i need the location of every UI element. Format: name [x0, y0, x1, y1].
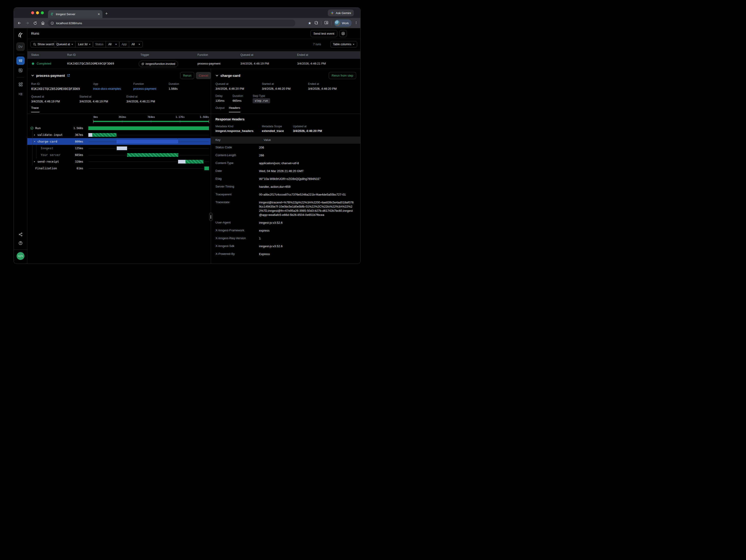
dev-server-button[interactable]: </> — [17, 252, 25, 260]
trace-row-send-receipt[interactable]: ▶send-receipt328ms — [27, 158, 210, 165]
back-button[interactable] — [17, 21, 22, 25]
site-info-icon[interactable] — [51, 22, 54, 25]
search-runs-icon — [18, 68, 23, 72]
gear-icon — [341, 32, 345, 35]
share-button[interactable] — [17, 230, 25, 238]
status-filter-value[interactable]: All▼ — [106, 41, 119, 47]
panel-resize-handle[interactable] — [209, 213, 212, 221]
help-button[interactable] — [17, 239, 25, 247]
extensions-icon[interactable] — [314, 21, 318, 26]
url-text: localhost:8288/runs — [56, 22, 82, 25]
rerun-button[interactable]: Rerun — [180, 72, 194, 79]
collapse-arrow-icon[interactable]: ▼ — [34, 141, 37, 143]
axis-tick-label: 1.568s — [200, 116, 209, 119]
external-link-icon[interactable] — [67, 74, 70, 77]
header-value: inngest-js:v3.52.6 — [259, 244, 360, 248]
trace-row-track — [88, 165, 209, 172]
maximize-window-button[interactable] — [41, 11, 44, 14]
axis-tick-label: 784ms — [147, 116, 155, 119]
environment-badge[interactable]: DV — [17, 42, 25, 51]
chevron-down-icon[interactable] — [216, 74, 219, 77]
trace-minimap[interactable] — [93, 120, 209, 123]
header-row-etag: EtagW/"10a-W8k9rUOR+zZG9xQQp8hg7694N1E" — [211, 175, 360, 183]
step-type-label: Step Type — [253, 94, 265, 97]
bookmark-star-icon[interactable]: ★ — [308, 21, 311, 26]
trace-row-track — [88, 138, 209, 145]
trace-row-inngest[interactable]: Inngest135ms — [27, 145, 210, 151]
trace-row-track — [88, 131, 209, 138]
time-field-label: Queued at — [57, 43, 70, 46]
sidebar-rail: DV </> — [14, 28, 27, 264]
tab-close-icon[interactable]: ✕ — [97, 12, 100, 16]
header-value: 266 — [259, 153, 360, 157]
app-filter[interactable]: App All▼ — [119, 41, 143, 48]
trace-row-label: Run — [27, 126, 66, 130]
trigger-badge[interactable]: inngest/function.invoked — [139, 61, 178, 67]
ask-gemini-button[interactable]: Ask Gemini — [328, 9, 354, 17]
trace-bar-segment — [204, 167, 209, 170]
time-range-dropdown[interactable]: Last 3d▼ — [76, 41, 93, 47]
queued-at-value: 3/4/2026, 4:46:19 PM — [240, 62, 269, 65]
sidebar-item-apps[interactable] — [17, 80, 25, 89]
expand-arrow-icon[interactable]: ▶ — [34, 161, 37, 163]
search-icon — [33, 43, 36, 46]
close-window-button[interactable] — [31, 11, 34, 14]
chevron-down-icon[interactable] — [31, 74, 34, 77]
headers-scroll-area[interactable]: Response Headers Metadata Kind inngest.r… — [211, 114, 360, 264]
browser-window: Inngest Server ✕ + Ask Gemini localhost:… — [14, 8, 360, 264]
url-bar[interactable]: localhost:8288/runs — [48, 20, 295, 26]
trace-row-charge-card[interactable]: ▼charge-card800ms — [27, 138, 210, 145]
trace-row-validate-input[interactable]: ▶validate-input367ms — [27, 131, 210, 138]
browser-menu-icon[interactable] — [354, 21, 358, 25]
reload-button[interactable] — [33, 21, 37, 25]
section-divider — [27, 114, 210, 114]
sidebar-item-runs[interactable] — [17, 57, 25, 65]
forward-button[interactable] — [25, 21, 30, 25]
cancel-button[interactable]: Cancel — [196, 72, 211, 79]
tab-output[interactable]: Output — [216, 106, 225, 110]
function-field-value[interactable]: process-payment — [133, 87, 156, 90]
expand-arrow-icon[interactable]: ▶ — [34, 134, 37, 136]
main-content: Runs Send test event Show search Queued … — [27, 28, 360, 264]
run-id-value: 01KJXD1TQCZ852GMEX0CQF3D69 — [67, 62, 114, 65]
tab-headers[interactable]: Headers — [229, 106, 240, 110]
trace-row-finalization[interactable]: Finalization61ms — [27, 165, 210, 172]
trace-row-duration: 367ms — [66, 133, 88, 137]
header-key: Date — [211, 169, 259, 173]
send-test-event-button[interactable]: Send test event — [311, 30, 337, 37]
show-search-button[interactable]: Show search — [30, 41, 57, 48]
cancel-label: Cancel — [199, 74, 208, 77]
trace-row-run[interactable]: Run1.568s — [27, 125, 210, 131]
rerun-from-step-button[interactable]: Rerun from step — [329, 72, 356, 79]
side-panel-icon[interactable] — [324, 21, 328, 26]
column-ended-at: Ended at — [297, 53, 308, 57]
header-value: 1 — [259, 236, 360, 241]
headers-table-head: Key Value — [211, 137, 360, 144]
trace-row-your-server[interactable]: Your server665ms — [27, 151, 210, 158]
header-row-x-powered-by: X-Powered-ByExpress — [211, 250, 360, 258]
table-row[interactable]: Completed 01KJXD1TQCZ852GMEX0CQF3D69 inn… — [27, 59, 360, 69]
new-tab-button[interactable]: + — [105, 11, 108, 16]
header-value: 00-a8bc2f17c4ccce87cc7376e5246a221b-f4ae… — [259, 193, 360, 197]
status-filter[interactable]: Status All▼ — [93, 41, 119, 48]
time-field-dropdown[interactable]: Queued at▼ — [54, 41, 76, 47]
header-key: Tracestate — [211, 200, 259, 204]
browser-tab[interactable]: Inngest Server ✕ — [48, 10, 103, 18]
trace-bar-segment — [92, 133, 117, 137]
rerun-from-step-label: Rerun from step — [332, 74, 353, 77]
minimize-window-button[interactable] — [36, 11, 39, 14]
key-column-label: Key — [216, 138, 221, 142]
tab-trace[interactable]: Trace — [31, 106, 39, 110]
home-button[interactable] — [40, 21, 45, 25]
trace-row-duration: 328ms — [66, 160, 88, 163]
app-filter-value[interactable]: All▼ — [129, 41, 143, 47]
axis-tick-label: 1.176s — [176, 116, 185, 119]
settings-button[interactable] — [339, 30, 347, 37]
table-columns-dropdown[interactable]: Table columns▼ — [330, 41, 357, 48]
profile-chip[interactable]: Work — [334, 19, 351, 27]
headers-tab-underline — [229, 112, 240, 112]
sidebar-item-search[interactable] — [17, 66, 25, 75]
sidebar-item-events[interactable] — [17, 90, 25, 98]
app-field-value[interactable]: trace-docs-examples — [93, 87, 121, 90]
step-delay-value: 135ms — [216, 99, 225, 102]
